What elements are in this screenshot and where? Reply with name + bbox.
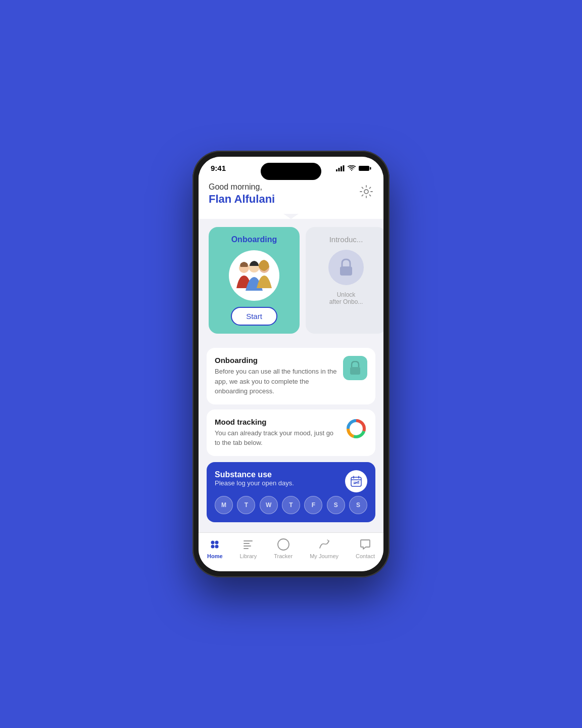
status-icons (336, 165, 371, 171)
svg-rect-26 (244, 548, 249, 549)
settings-button[interactable] (359, 183, 373, 199)
svg-point-21 (211, 545, 215, 549)
svg-point-17 (352, 424, 361, 433)
svg-rect-23 (244, 540, 253, 541)
svg-rect-4 (359, 166, 369, 171)
mood-tracking-desc: You can already track your mood, just go… (215, 428, 339, 448)
library-icon (243, 539, 254, 550)
svg-rect-2 (341, 166, 342, 171)
journey-icon (318, 539, 330, 550)
svg-point-20 (215, 541, 219, 544)
header: Good morning, Flan Alfulani (199, 176, 383, 214)
svg-point-6 (364, 190, 368, 194)
mood-donut-icon (345, 418, 367, 440)
locked-card-title: Introduc... (329, 235, 363, 244)
contact-nav-label: Contact (356, 553, 375, 559)
svg-rect-3 (343, 165, 345, 171)
onboarding-info-desc: Before you can use all the functions in … (215, 367, 337, 396)
library-nav-icon (241, 538, 255, 551)
onboarding-card-title: Onboarding (231, 235, 277, 244)
day-S2[interactable]: S (349, 496, 367, 514)
onboarding-card[interactable]: Onboarding (209, 227, 300, 334)
library-nav-label: Library (240, 553, 257, 559)
onboarding-info-card-text: Onboarding Before you can use all the fu… (215, 356, 343, 396)
home-nav-icon (208, 538, 221, 551)
substance-title: Substance use (215, 470, 294, 479)
journey-nav-label: My Journey (310, 553, 338, 559)
phone-shell: 9:41 (192, 151, 390, 577)
phone-screen: 9:41 (199, 157, 383, 571)
calendar-icon (350, 475, 362, 487)
mood-donut-chart (345, 418, 367, 440)
substance-header: Substance use Please log your open days. (215, 470, 367, 493)
mood-tracking-card-text: Mood tracking You can already track your… (215, 418, 345, 448)
mood-tracking-card[interactable]: Mood tracking You can already track your… (207, 410, 375, 456)
cards-row: Onboarding (209, 227, 383, 334)
divider-triangle (199, 214, 383, 219)
nav-home[interactable]: Home (207, 538, 223, 559)
home-nav-label: Home (207, 553, 223, 559)
svg-rect-0 (336, 169, 337, 171)
battery-icon (359, 165, 371, 171)
substance-text-group: Substance use Please log your open days. (215, 470, 294, 493)
svg-rect-24 (244, 543, 250, 544)
lock-green-icon (349, 361, 361, 375)
day-W[interactable]: W (260, 496, 278, 514)
svg-rect-11 (350, 367, 360, 375)
start-button[interactable]: Start (231, 307, 277, 326)
nav-library[interactable]: Library (240, 538, 257, 559)
greeting-text: Good morning, (209, 183, 275, 192)
scroll-content[interactable]: Onboarding (199, 219, 383, 532)
svg-rect-25 (244, 545, 251, 547)
wifi-icon (348, 165, 356, 171)
days-row: M T W T F S S (215, 496, 367, 514)
substance-subtitle: Please log your open days. (215, 479, 294, 487)
day-T1[interactable]: T (237, 496, 255, 514)
day-S1[interactable]: S (327, 496, 345, 514)
svg-point-22 (215, 545, 219, 549)
svg-point-19 (211, 541, 215, 544)
day-M[interactable]: M (215, 496, 233, 514)
people-illustration (231, 253, 277, 298)
day-F[interactable]: F (304, 496, 322, 514)
home-icon (209, 539, 220, 550)
user-name: Flan Alfulani (209, 193, 275, 206)
tracker-icon (277, 538, 290, 551)
locked-card: Introduc... Unlockafter Onbo... (306, 227, 383, 334)
contact-icon (359, 539, 371, 550)
substance-card[interactable]: Substance use Please log your open days. (207, 462, 375, 522)
greeting-section: Good morning, Flan Alfulani (209, 183, 275, 206)
svg-rect-5 (370, 167, 371, 169)
calendar-icon-circle (345, 470, 367, 492)
status-time: 9:41 (211, 164, 226, 172)
svg-rect-18 (351, 477, 361, 486)
journey-nav-icon (318, 538, 331, 551)
lock-unlock-text: Unlockafter Onbo... (329, 291, 363, 305)
info-cards-section: Onboarding Before you can use all the fu… (199, 342, 383, 462)
notch (261, 163, 321, 180)
svg-point-28 (278, 539, 289, 550)
mood-tracking-title: Mood tracking (215, 418, 339, 426)
svg-rect-1 (338, 168, 340, 171)
card-illustration (229, 250, 279, 301)
onboarding-info-icon (343, 356, 367, 380)
day-T2[interactable]: T (282, 496, 300, 514)
svg-rect-10 (340, 266, 352, 276)
contact-nav-icon (359, 538, 372, 551)
signal-icon (336, 165, 345, 171)
lock-icon (338, 258, 354, 277)
lock-circle (328, 250, 364, 285)
tracker-nav-label: Tracker (274, 553, 293, 559)
cards-section: Onboarding (199, 219, 383, 342)
onboarding-info-card[interactable]: Onboarding Before you can use all the fu… (207, 348, 375, 404)
gear-icon (359, 185, 373, 199)
nav-tracker[interactable]: Tracker (274, 538, 293, 559)
nav-contact[interactable]: Contact (356, 538, 375, 559)
bottom-nav: Home Library (199, 532, 383, 571)
tracker-nav-icon (277, 538, 290, 551)
nav-my-journey[interactable]: My Journey (310, 538, 338, 559)
onboarding-info-title: Onboarding (215, 356, 337, 365)
